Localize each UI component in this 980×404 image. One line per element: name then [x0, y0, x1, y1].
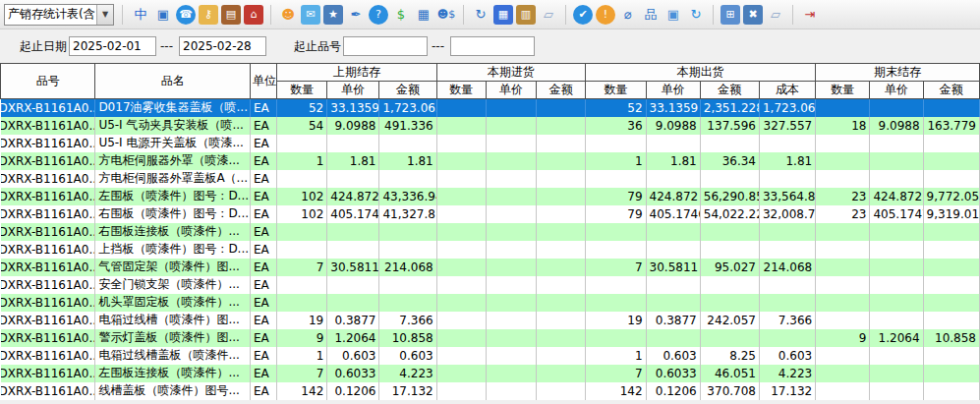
- cell-end-price[interactable]: [870, 312, 923, 329]
- cell-prev-amount[interactable]: 7.366: [379, 312, 436, 329]
- cell-in-qty[interactable]: [436, 241, 486, 259]
- cell-prev-qty[interactable]: 1: [277, 152, 327, 170]
- item-from-input[interactable]: [343, 36, 428, 56]
- cell-end-amount[interactable]: [923, 347, 979, 365]
- cell-out-cost[interactable]: 214.068: [759, 259, 815, 276]
- table-row[interactable]: DXRX-B1161A0...U5-I 电源开关盖板（喷漆...EA: [1, 135, 980, 152]
- cell-out-cost[interactable]: 327.557: [759, 117, 815, 135]
- cell-in-amount[interactable]: [537, 347, 586, 365]
- cell-in-amount[interactable]: [537, 312, 586, 329]
- cell-end-price[interactable]: [870, 294, 923, 312]
- cell-out-price[interactable]: 0.6033: [646, 365, 700, 382]
- table-row[interactable]: DXRX-B1161A0...机头罩固定板（喷漆件）...EA: [1, 294, 980, 312]
- cell-prev-price[interactable]: 1.2064: [327, 329, 379, 347]
- cell-end-price[interactable]: [870, 99, 923, 117]
- cell-prev-price[interactable]: [327, 241, 379, 259]
- bell-icon[interactable]: !: [596, 5, 615, 25]
- cell-end-amount[interactable]: [923, 99, 979, 117]
- phone-icon[interactable]: ☎: [176, 5, 196, 25]
- cell-out-price[interactable]: 33.1359: [646, 99, 700, 117]
- cell-item-no[interactable]: DXRX-B1161A0...: [1, 223, 95, 241]
- cell-out-cost[interactable]: 32,008.797: [759, 205, 815, 223]
- certificate-icon[interactable]: ★: [323, 5, 343, 25]
- cell-in-amount[interactable]: [537, 241, 586, 259]
- cell-end-qty[interactable]: [816, 135, 870, 152]
- cell-out-amount[interactable]: [700, 241, 759, 259]
- cell-item-name[interactable]: 方电柜伺服器外罩（喷漆...: [95, 152, 251, 170]
- cell-in-qty[interactable]: [436, 347, 486, 365]
- cell-in-qty[interactable]: [436, 382, 486, 400]
- table-row[interactable]: DXRX-B1161A0...方电柜伺服器外罩盖板A（...EA: [1, 170, 980, 188]
- cell-prev-amount[interactable]: 1.81: [379, 152, 436, 170]
- cell-unit[interactable]: EA: [250, 365, 276, 382]
- cell-in-qty[interactable]: [436, 205, 486, 223]
- cell-out-cost[interactable]: 0.603: [759, 347, 815, 365]
- cell-out-amount[interactable]: 8.25: [700, 347, 759, 365]
- cell-prev-amount[interactable]: 214.068: [379, 259, 436, 276]
- table-row[interactable]: DXRX-B1161A0...右围板（喷漆件）图号：D...EA102405.1…: [1, 205, 980, 223]
- cell-out-price[interactable]: [646, 294, 700, 312]
- cell-in-amount[interactable]: [537, 329, 586, 347]
- cell-out-qty[interactable]: 79: [586, 188, 646, 205]
- cell-out-qty[interactable]: [586, 135, 646, 152]
- cell-item-no[interactable]: DXRX-B1161A0...: [1, 382, 95, 400]
- cell-end-qty[interactable]: 18: [816, 117, 870, 135]
- cell-in-price[interactable]: [486, 347, 536, 365]
- cell-item-no[interactable]: DXRX-B1161A0...: [1, 152, 95, 170]
- cell-prev-price[interactable]: 9.0988: [327, 117, 379, 135]
- cell-end-qty[interactable]: [816, 365, 870, 382]
- cell-prev-qty[interactable]: [277, 276, 327, 294]
- cell-out-cost[interactable]: [759, 241, 815, 259]
- cell-prev-amount[interactable]: 17.132: [379, 382, 436, 400]
- cell-prev-price[interactable]: [327, 276, 379, 294]
- cell-end-amount[interactable]: [923, 276, 979, 294]
- cell-in-amount[interactable]: [537, 259, 586, 276]
- cell-in-amount[interactable]: [537, 223, 586, 241]
- table-row[interactable]: DXRX-B1161A0...U5-I 气动夹具安装板（喷...EA549.09…: [1, 117, 980, 135]
- cell-out-qty[interactable]: [586, 276, 646, 294]
- date-from-input[interactable]: [69, 36, 156, 56]
- cell-in-amount[interactable]: [537, 99, 586, 117]
- cell-prev-price[interactable]: [327, 294, 379, 312]
- cell-out-amount[interactable]: [700, 329, 759, 347]
- doc-search-icon[interactable]: ⌀: [618, 5, 638, 25]
- table-row[interactable]: DXRX-B1161A0...电箱过线槽（喷漆件）图...EA190.38777…: [1, 312, 980, 329]
- cell-out-qty[interactable]: [586, 223, 646, 241]
- cell-in-price[interactable]: [486, 382, 536, 400]
- cell-out-qty[interactable]: [586, 170, 646, 188]
- cell-unit[interactable]: EA: [250, 223, 276, 241]
- cell-end-price[interactable]: 405.1747: [870, 205, 923, 223]
- cell-prev-price[interactable]: 0.1206: [327, 382, 379, 400]
- cell-out-cost[interactable]: 17.132: [759, 382, 815, 400]
- cell-item-no[interactable]: DXRX-B1161A0...: [1, 347, 95, 365]
- cell-in-price[interactable]: [486, 188, 536, 205]
- cell-out-qty[interactable]: 52: [586, 99, 646, 117]
- cell-in-price[interactable]: [486, 205, 536, 223]
- cell-item-no[interactable]: DXRX-B1161A0...: [1, 276, 95, 294]
- cell-prev-amount[interactable]: 41,327.814: [379, 205, 436, 223]
- cell-end-price[interactable]: [870, 223, 923, 241]
- cell-end-amount[interactable]: [923, 152, 979, 170]
- cell-out-amount[interactable]: 54,022.228: [700, 205, 759, 223]
- cell-in-price[interactable]: [486, 170, 536, 188]
- cell-unit[interactable]: EA: [250, 170, 276, 188]
- cell-out-amount[interactable]: [700, 223, 759, 241]
- cell-end-amount[interactable]: [923, 241, 979, 259]
- table-row[interactable]: DXRX-B1161A0...左围板（喷漆件）图号：D...EA102424.8…: [1, 188, 980, 205]
- cell-in-qty[interactable]: [436, 312, 486, 329]
- cell-out-cost[interactable]: [759, 135, 815, 152]
- cell-item-no[interactable]: DXRX-B1161A0...: [1, 205, 95, 223]
- cell-unit[interactable]: EA: [250, 312, 276, 329]
- cell-unit[interactable]: EA: [250, 347, 276, 365]
- cell-end-qty[interactable]: 23: [816, 188, 870, 205]
- cell-out-cost[interactable]: 33,564.89: [759, 188, 815, 205]
- cell-in-amount[interactable]: [537, 170, 586, 188]
- cell-end-price[interactable]: [870, 382, 923, 400]
- cell-unit[interactable]: EA: [250, 188, 276, 205]
- cell-prev-qty[interactable]: 1: [277, 347, 327, 365]
- cell-prev-amount[interactable]: [379, 294, 436, 312]
- cell-prev-price[interactable]: [327, 170, 379, 188]
- cell-in-qty[interactable]: [436, 135, 486, 152]
- users-icon[interactable]: ☻: [278, 5, 298, 25]
- cell-end-amount[interactable]: [923, 365, 979, 382]
